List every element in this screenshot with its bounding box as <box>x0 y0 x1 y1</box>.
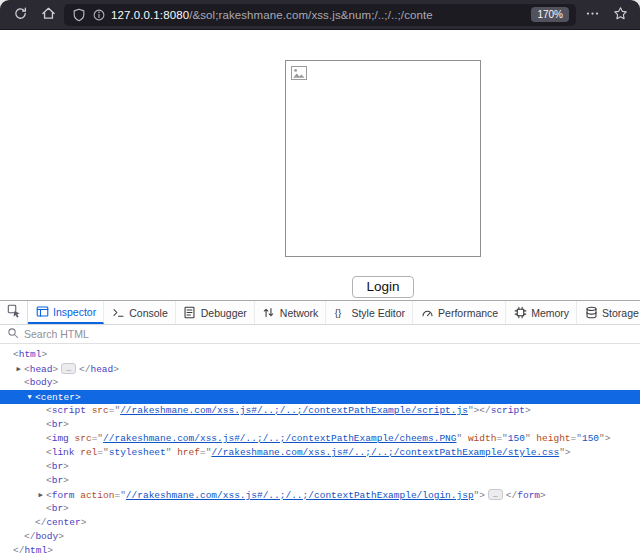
devtools-tab-storage[interactable]: Storage <box>577 301 640 324</box>
markup-row[interactable]: <img src="//rakeshmane.com/xss.js#/..;/.… <box>0 432 640 446</box>
markup-token-p: > <box>540 490 546 501</box>
pick-element-button[interactable] <box>0 301 28 324</box>
markup-token-tag: html <box>24 545 47 556</box>
broken-image-icon <box>291 68 309 85</box>
markup-row[interactable]: </body> <box>0 530 640 544</box>
markup-token-tag: head <box>30 364 53 375</box>
devtools-tab-style-editor[interactable]: {}Style Editor <box>326 301 413 324</box>
markup-token-p: > <box>42 349 48 360</box>
console-icon <box>111 306 125 320</box>
reload-button[interactable] <box>8 4 32 26</box>
inspector-icon <box>35 305 49 319</box>
markup-token-attr: rel <box>80 447 97 458</box>
markup-row[interactable]: <br> <box>0 474 640 488</box>
markup-token-p: > <box>63 461 69 472</box>
markup-row[interactable]: ▶<head>…</head> <box>0 362 640 376</box>
collapsed-content-badge[interactable]: … <box>61 363 76 374</box>
search-html-input[interactable] <box>24 328 284 340</box>
page-centered-content: Login <box>0 30 640 298</box>
markup-token-p: "> <box>559 447 570 458</box>
markup-row[interactable]: <link rel="stylesheet" href="//rakeshman… <box>0 446 640 460</box>
markup-token-p: "> <box>599 433 610 444</box>
markup-row[interactable]: <body> <box>0 376 640 390</box>
devtools-panel: InspectorConsoleDebuggerNetwork{}Style E… <box>0 300 640 558</box>
markup-token-p: =" <box>92 433 103 444</box>
markup-token-link[interactable]: //rakeshmane.com/xss.js#/..;/..;/context… <box>211 447 559 458</box>
markup-token-tag: img <box>52 433 69 444</box>
markup-token-p: > <box>58 531 64 542</box>
expand-expanded-icon[interactable]: ▼ <box>24 390 35 404</box>
markup-token-p: </ <box>506 490 517 501</box>
markup-row[interactable]: <br> <box>0 418 640 432</box>
markup-token-p: > <box>63 475 69 486</box>
markup-row-selected[interactable]: ▼<center> <box>0 390 640 404</box>
devtools-tabs-list: InspectorConsoleDebuggerNetwork{}Style E… <box>28 301 640 324</box>
url-host: 127.0.0.1:8080 <box>111 9 189 21</box>
markup-token-p: " <box>525 433 536 444</box>
expand-collapsed-icon[interactable]: ▶ <box>13 362 24 376</box>
devtools-tab-label: Console <box>129 307 168 319</box>
devtools-tab-console[interactable]: Console <box>104 301 176 324</box>
braces-icon: {} <box>333 306 347 320</box>
devtools-tab-label: Memory <box>531 307 569 319</box>
markup-row[interactable]: <script src="//rakeshmane.com/xss.js#/..… <box>0 404 640 418</box>
markup-token-p: > <box>47 545 53 556</box>
devtools-tab-label: Style Editor <box>351 307 405 319</box>
markup-token-p: > <box>63 419 69 430</box>
expand-collapsed-icon[interactable]: ▶ <box>35 488 46 502</box>
markup-row[interactable]: <html> <box>0 348 640 362</box>
devtools-tab-debugger[interactable]: Debugger <box>176 301 255 324</box>
collapsed-content-badge[interactable]: … <box>488 489 503 500</box>
devtools-tab-memory[interactable]: Memory <box>506 301 577 324</box>
markup-token-p: </ <box>35 517 46 528</box>
markup-token-p: " <box>457 433 468 444</box>
page-viewport: Login <box>0 30 640 300</box>
zoom-indicator[interactable]: 170% <box>531 7 569 22</box>
markup-token-p: =" <box>571 433 582 444</box>
devtools-tab-network[interactable]: Network <box>255 301 327 324</box>
url-path: /&sol;rakeshmane.com/xss.js&num;/..;/..;… <box>189 9 433 21</box>
url-bar[interactable]: 127.0.0.1:8080/&sol;rakeshmane.com/xss.j… <box>64 4 576 26</box>
markup-token-tag: br <box>52 461 63 472</box>
memory-icon <box>513 306 527 320</box>
markup-token-val: 150 <box>508 433 525 444</box>
broken-image-placeholder <box>285 60 481 257</box>
markup-token-tag: center <box>46 517 80 528</box>
markup-token-tag: link <box>52 447 75 458</box>
markup-token-p: =" <box>496 433 507 444</box>
markup-row[interactable]: </html> <box>0 544 640 558</box>
markup-token-link[interactable]: //rakeshmane.com/xss.js#/..;/..;/context… <box>103 433 456 444</box>
devtools-tab-label: Storage <box>602 307 639 319</box>
markup-token-tag: script <box>52 405 86 416</box>
markup-token-tag: br <box>52 419 63 430</box>
markup-token-attr: src <box>75 433 92 444</box>
svg-text:{}: {} <box>335 307 342 318</box>
tracking-protection-shield-icon[interactable] <box>71 7 87 23</box>
markup-token-val: stylesheet <box>109 447 166 458</box>
login-button[interactable]: Login <box>352 276 413 298</box>
url-text[interactable]: 127.0.0.1:8080/&sol;rakeshmane.com/xss.j… <box>111 9 521 21</box>
html-markup-tree: <html>▶<head>…</head><body>▼<center><scr… <box>0 344 640 558</box>
home-button[interactable] <box>36 4 60 26</box>
markup-token-p: > <box>75 392 81 403</box>
search-icon <box>7 325 19 343</box>
devtools-tab-performance[interactable]: Performance <box>413 301 506 324</box>
markup-row[interactable]: ▶<form action="//rakeshmane.com/xss.js#/… <box>0 488 640 502</box>
devtools-tab-inspector[interactable]: Inspector <box>28 301 104 324</box>
browser-toolbar: 127.0.0.1:8080/&sol;rakeshmane.com/xss.j… <box>0 0 640 30</box>
markup-token-link[interactable]: //rakeshmane.com/xss.js#/..;/..;/context… <box>120 405 468 416</box>
markup-row[interactable]: <br> <box>0 460 640 474</box>
performance-icon <box>420 306 434 320</box>
markup-token-p: > <box>81 517 87 528</box>
bookmark-star-button[interactable] <box>608 4 632 26</box>
markup-token-p: =" <box>97 447 108 458</box>
markup-row[interactable]: </center> <box>0 516 640 530</box>
devtools-tab-bar: InspectorConsoleDebuggerNetwork{}Style E… <box>0 301 640 325</box>
markup-token-link[interactable]: //rakeshmane.com/xss.js#/..;/..;/context… <box>126 490 474 501</box>
markup-token-tag: body <box>30 377 53 388</box>
page-actions-button[interactable] <box>580 4 604 26</box>
site-info-icon[interactable] <box>91 7 107 23</box>
markup-row[interactable]: <br> <box>0 502 640 516</box>
markup-token-p: </ <box>479 405 490 416</box>
markup-token-p: "> <box>474 490 485 501</box>
